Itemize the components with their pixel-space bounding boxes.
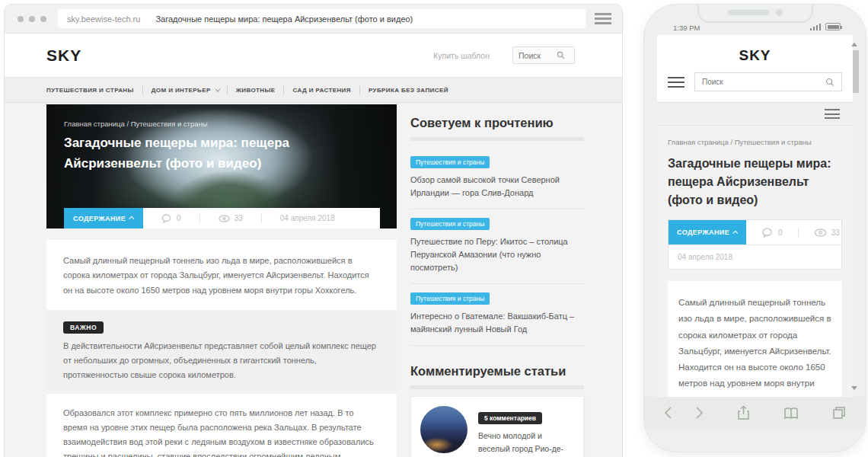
page-body: Главная страница / Путешествия и страны … xyxy=(5,103,622,457)
phone-mockup: 1:39 PM SKY Главная стран xyxy=(643,4,866,452)
header-right: Купить шаблон xyxy=(433,46,575,64)
important-badge: ВАЖНО xyxy=(63,321,104,334)
site-viewport: SKY Купить шаблон ПУТЕШЕСТВИЯ И СТРАНЫ Д… xyxy=(5,34,622,457)
mobile-browser-toolbar xyxy=(644,397,866,429)
commented-article-card[interactable]: 5 комментариев Вечно молодой и веселый г… xyxy=(410,396,584,457)
nav-separator xyxy=(227,86,228,94)
scrollbar-thumb[interactable] xyxy=(853,50,859,93)
toc-button[interactable]: СОДЕРЖАНИЕ xyxy=(669,220,746,244)
article-meta-card: СОДЕРЖАНИЕ 0 xyxy=(668,219,842,270)
recommend-item-title[interactable]: Интересно о Гватемале: Вакшакиб-Батц – м… xyxy=(410,310,584,336)
mobile-page-body: Главная страница / Путешествия и страны … xyxy=(657,126,853,397)
nav-item-home-interior[interactable]: ДОМ И ИНТЕРЬЕР xyxy=(152,87,219,94)
comment-count-badge: 5 комментариев xyxy=(478,412,542,424)
window-control-dot[interactable] xyxy=(40,16,46,22)
status-bar-right xyxy=(810,23,841,30)
recommend-item[interactable]: Путешествия и страны Путешествие по Перу… xyxy=(410,209,584,284)
tabs-icon[interactable] xyxy=(832,406,846,420)
comment-icon xyxy=(161,214,172,223)
recommend-item-title[interactable]: Путешествие по Перу: Икитос – столица Пе… xyxy=(410,235,584,274)
toc-button[interactable]: СОДЕРЖАНИЕ xyxy=(64,208,143,228)
chevron-down-icon xyxy=(215,86,220,91)
desktop-browser-window: sky.beewise-tech.ru Загадочные пещеры ми… xyxy=(4,4,623,457)
commented-heading: Комментируемые статьи xyxy=(410,364,584,379)
important-block: ВАЖНО В действительности Айсризенвельт п… xyxy=(46,310,397,394)
search-icon xyxy=(557,51,565,59)
search-icon xyxy=(825,78,834,87)
mobile-nav-bar xyxy=(657,102,853,126)
publish-date: 04 апреля 2018 xyxy=(280,214,335,222)
heading-divider xyxy=(410,385,584,389)
buy-template-link[interactable]: Купить шаблон xyxy=(433,51,490,60)
article-body: Самый длинный пещерный тоннель изо льда … xyxy=(668,281,842,397)
nav-separator xyxy=(283,86,284,94)
mockup-canvas: sky.beewise-tech.ru Загадочные пещеры ми… xyxy=(0,0,868,457)
breadcrumb[interactable]: Главная страница / Путешествия и страны xyxy=(668,138,842,146)
comments-count[interactable]: 0 xyxy=(761,228,783,238)
browser-url-bar[interactable]: sky.beewise-tech.ru Загадочные пещеры ми… xyxy=(58,9,586,28)
site-logo[interactable]: SKY xyxy=(46,46,81,65)
views-count: 33 xyxy=(814,228,840,237)
mobile-search-box[interactable] xyxy=(694,72,842,91)
share-icon[interactable] xyxy=(737,405,750,420)
forward-icon[interactable] xyxy=(695,406,704,420)
window-control-dot[interactable] xyxy=(18,16,24,22)
browser-chrome: sky.beewise-tech.ru Загадочные пещеры ми… xyxy=(5,5,622,34)
meta-separator xyxy=(199,214,200,223)
scroll-down-arrow[interactable] xyxy=(851,386,857,390)
header-search-box[interactable] xyxy=(512,46,575,64)
recommend-item-title[interactable]: Обзор самой высокой точки Северной Ирлан… xyxy=(410,174,584,200)
phone-speaker xyxy=(728,10,769,15)
browser-menu-icon[interactable] xyxy=(595,13,611,24)
caret-up-icon xyxy=(129,216,134,222)
publish-date: 04 апреля 2018 xyxy=(669,245,841,269)
views-count: 33 xyxy=(219,214,243,222)
nav-separator xyxy=(142,86,143,94)
search-input[interactable] xyxy=(519,51,557,60)
caret-up-icon xyxy=(732,230,738,235)
main-nav: ПУТЕШЕСТВИЯ И СТРАНЫ ДОМ И ИНТЕРЬЕР ЖИВО… xyxy=(5,77,622,103)
category-badge[interactable]: Путешествия и страны xyxy=(410,218,490,230)
sidebar: Советуем к прочтению Путешествия и стран… xyxy=(410,104,584,457)
window-controls xyxy=(18,16,46,22)
article-paragraph: Образовался этот комплекс примерно сто п… xyxy=(46,394,397,457)
recommend-item[interactable]: Путешествия и страны Обзор самой высокой… xyxy=(410,148,584,209)
scroll-up-arrow[interactable] xyxy=(851,43,857,46)
important-text: В действительности Айсризенвельт предста… xyxy=(63,339,380,383)
article-title: Загадочные пещеры мира: пещера Айсризенв… xyxy=(668,155,842,209)
site-logo-mobile[interactable]: SKY xyxy=(657,47,853,64)
signal-icon xyxy=(810,24,822,30)
site-header: SKY Купить шаблон xyxy=(5,34,622,77)
recommend-item[interactable]: Путешествия и страны Интересно о Гватема… xyxy=(410,284,584,346)
nav-item-animals[interactable]: ЖИВОТНЫЕ xyxy=(236,87,276,94)
window-control-dot[interactable] xyxy=(29,16,35,22)
phone-camera xyxy=(776,9,783,16)
phone-screen: SKY Главная страница / Путешествия и стр… xyxy=(657,35,853,397)
nav-separator xyxy=(359,86,360,94)
article-paragraph: Самый длинный пещерный тоннель изо льда … xyxy=(46,240,397,302)
category-badge[interactable]: Путешествия и страны xyxy=(410,156,490,168)
article-paragraph: Самый длинный пещерный тоннель изо льда … xyxy=(678,295,831,397)
back-icon[interactable] xyxy=(664,406,672,420)
article-title: Загадочные пещеры мира: пещера Айсризенв… xyxy=(64,133,368,174)
comments-count[interactable]: 0 xyxy=(161,214,181,223)
article-meta-bar: СОДЕРЖАНИЕ 0 xyxy=(64,208,380,228)
bookmarks-icon[interactable] xyxy=(783,407,799,420)
meta-separator xyxy=(261,214,262,223)
url-page-title: Загадочные пещеры мира: пещера Айсризенв… xyxy=(155,14,413,24)
nav-item-garden[interactable]: САД И РАСТЕНИЯ xyxy=(292,87,350,94)
meta-separator xyxy=(798,228,799,237)
nav-item-travel[interactable]: ПУТЕШЕСТВИЯ И СТРАНЫ xyxy=(46,87,134,94)
battery-icon xyxy=(825,23,841,30)
nav-item-empty-rubric[interactable]: РУБРИКА БЕЗ ЗАПИСЕЙ xyxy=(369,87,448,94)
category-badge[interactable]: Путешествия и страны xyxy=(410,292,490,305)
heading-divider xyxy=(410,137,584,141)
article-thumbnail xyxy=(420,406,468,453)
phone-notch xyxy=(697,4,813,23)
hamburger-menu-icon[interactable] xyxy=(668,77,685,88)
breadcrumb[interactable]: Главная страница / Путешествия и страны xyxy=(64,120,208,128)
hamburger-menu-icon[interactable] xyxy=(825,109,840,119)
commented-article-title[interactable]: Вечно молодой и веселый город Рио-де-Жан… xyxy=(478,430,574,457)
status-bar-time: 1:39 PM xyxy=(673,24,700,32)
mobile-search-input[interactable] xyxy=(702,78,825,86)
